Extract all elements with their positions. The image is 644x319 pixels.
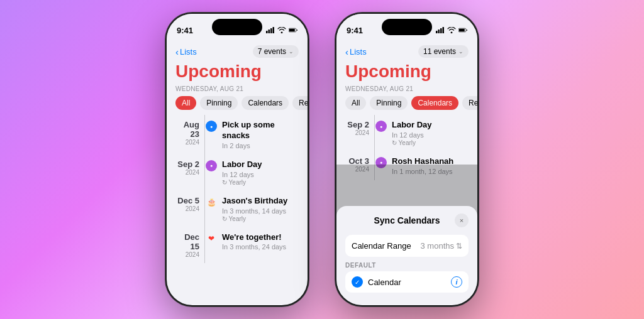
- filter-reminders-1[interactable]: Reminders: [292, 96, 308, 110]
- signal-icon-1: [266, 27, 275, 33]
- filter-row-1: All Pinning Calendars Reminders: [167, 96, 308, 115]
- screen-content-2: ‹ Lists 11 events ⌄ Upcoming WEDNESDAY, …: [336, 41, 477, 305]
- close-icon: ×: [460, 217, 464, 224]
- filter-pinning-1[interactable]: Pinning: [200, 96, 238, 110]
- event-row-aug23[interactable]: Aug 23 2024 ● Pick up some snacks In 2 d…: [167, 115, 308, 154]
- nav-bar-1: ‹ Lists 7 events ⌄: [167, 41, 308, 60]
- status-time-2: 9:41: [347, 26, 363, 35]
- modal-title: Sync Calendars: [359, 215, 455, 225]
- svg-rect-7: [436, 31, 438, 33]
- event-date-aug23: Aug 23 2024: [175, 120, 204, 146]
- event-icon-dec15: ❤: [204, 233, 218, 244]
- event-content-dec5: Jason's Birthday In 3 months, 14 days ↻ …: [222, 196, 299, 222]
- date-label-1: WEDNESDAY, AUG 21: [167, 85, 308, 96]
- svg-rect-6: [297, 30, 297, 31]
- event-content-2-sep2: Labor Day In 12 days ↻ Yearly: [392, 120, 469, 146]
- battery-icon-1: [289, 27, 297, 33]
- modal-header: Sync Calendars ×: [345, 214, 469, 227]
- status-icons-2: [436, 27, 467, 33]
- svg-rect-10: [443, 27, 445, 33]
- badge-chevron-1: ⌄: [289, 48, 294, 55]
- modal-close-button[interactable]: ×: [455, 214, 469, 227]
- stepper-icon: ⇅: [456, 242, 462, 251]
- calendar-item-row[interactable]: ✓ Calendar i: [352, 271, 462, 293]
- wifi-icon-1: [277, 27, 286, 33]
- default-calendar-section: ✓ Calendar i: [345, 271, 469, 293]
- events-badge-2[interactable]: 11 events ⌄: [418, 45, 469, 58]
- phone-1: 9:41: [165, 12, 309, 307]
- back-label-1: Lists: [180, 47, 197, 57]
- filter-all-1[interactable]: All: [175, 96, 196, 110]
- page-title-2: Upcoming: [336, 60, 477, 85]
- svg-rect-13: [467, 30, 467, 31]
- event-icon-sep2: ●: [204, 160, 218, 171]
- default-section-label: DEFAULT: [345, 262, 469, 269]
- event-content-dec15: We're together! In 3 months, 24 days: [222, 232, 299, 251]
- badge-chevron-2: ⌄: [458, 48, 464, 55]
- status-bar-2: 9:41: [336, 14, 477, 41]
- dynamic-island-1: [212, 19, 262, 35]
- calendar-check-icon: ✓: [352, 276, 363, 288]
- svg-rect-5: [289, 29, 295, 31]
- back-label-2: Lists: [350, 47, 367, 57]
- filter-all-2[interactable]: All: [345, 96, 366, 110]
- timeline-line-4: [204, 227, 205, 263]
- event-icon-aug23: ●: [204, 121, 218, 132]
- svg-rect-1: [269, 30, 270, 33]
- event-row-dec5[interactable]: Dec 5 2024 🎂 Jason's Birthday In 3 month…: [167, 191, 308, 227]
- calendar-range-value: 3 months ⇅: [421, 241, 462, 251]
- event-row-sep2[interactable]: Sep 2 2024 ● Labor Day In 12 days ↻ Year…: [167, 154, 308, 191]
- back-button-2[interactable]: ‹ Lists: [345, 46, 367, 57]
- calendar-range-label: Calendar Range: [352, 241, 411, 251]
- event-icon-2-sep2: ●: [374, 121, 388, 132]
- event-date-dec5: Dec 5 2024: [175, 196, 204, 212]
- back-chevron-2: ‹: [345, 46, 348, 57]
- filter-pinning-2[interactable]: Pinning: [370, 96, 408, 110]
- event-date-sep2: Sep 2 2024: [175, 160, 204, 176]
- wifi-icon-2: [447, 27, 456, 33]
- dynamic-island-2: [382, 19, 432, 35]
- svg-rect-2: [270, 28, 272, 33]
- event-row-dec15[interactable]: Dec 15 2024 ❤ We're together! In 3 month…: [167, 227, 308, 263]
- back-chevron-1: ‹: [175, 46, 179, 57]
- filter-reminders-2[interactable]: Reminders: [462, 96, 477, 110]
- back-button-1[interactable]: ‹ Lists: [175, 46, 197, 57]
- filter-calendars-2[interactable]: Calendars: [411, 96, 458, 110]
- battery-icon-2: [458, 27, 467, 33]
- event-content-aug23: Pick up some snacks In 2 days: [222, 120, 299, 149]
- svg-rect-0: [266, 31, 268, 33]
- svg-rect-3: [273, 27, 275, 33]
- timeline-line: [204, 115, 205, 154]
- status-bar-1: 9:41: [167, 14, 308, 41]
- phone-2: 9:41: [335, 12, 479, 307]
- events-count-1: 7 events: [258, 47, 286, 56]
- calendar-range-row[interactable]: Calendar Range 3 months ⇅: [352, 235, 462, 257]
- sync-calendars-modal: Sync Calendars × Calendar Range 3 months…: [336, 206, 477, 305]
- timeline-line-2: [204, 154, 205, 191]
- nav-bar-2: ‹ Lists 11 events ⌄: [336, 41, 477, 60]
- filter-calendars-1[interactable]: Calendars: [242, 96, 289, 110]
- status-icons-1: [266, 27, 297, 33]
- calendar-info-icon[interactable]: i: [451, 276, 462, 288]
- events-list-1: Aug 23 2024 ● Pick up some snacks In 2 d…: [167, 115, 308, 305]
- svg-rect-8: [438, 30, 440, 33]
- filter-row-2: All Pinning Calendars Reminders: [336, 96, 477, 115]
- screen-content-1: ‹ Lists 7 events ⌄ Upcoming WEDNESDAY, A…: [167, 41, 308, 305]
- calendar-name: Calendar: [368, 278, 446, 287]
- modal-calendar-range-section: Calendar Range 3 months ⇅: [345, 235, 469, 257]
- signal-icon-2: [436, 27, 445, 33]
- event-icon-dec5: 🎂: [204, 197, 218, 208]
- events-badge-1[interactable]: 7 events ⌄: [253, 45, 299, 58]
- svg-rect-12: [459, 29, 465, 31]
- date-label-2: WEDNESDAY, AUG 21: [336, 85, 477, 96]
- events-count-2: 11 events: [423, 47, 456, 56]
- timeline-line-2-1: [374, 115, 375, 151]
- timeline-line-3: [204, 191, 205, 227]
- event-row-2-sep2[interactable]: Sep 2 2024 ● Labor Day In 12 days ↻ Year…: [336, 115, 477, 151]
- svg-rect-9: [440, 28, 442, 33]
- page-title-1: Upcoming: [167, 60, 308, 85]
- event-date-2-sep2: Sep 2 2024: [345, 120, 374, 136]
- event-date-dec15: Dec 15 2024: [175, 232, 204, 258]
- status-time-1: 9:41: [177, 26, 193, 35]
- event-content-sep2: Labor Day In 12 days ↻ Yearly: [222, 160, 299, 186]
